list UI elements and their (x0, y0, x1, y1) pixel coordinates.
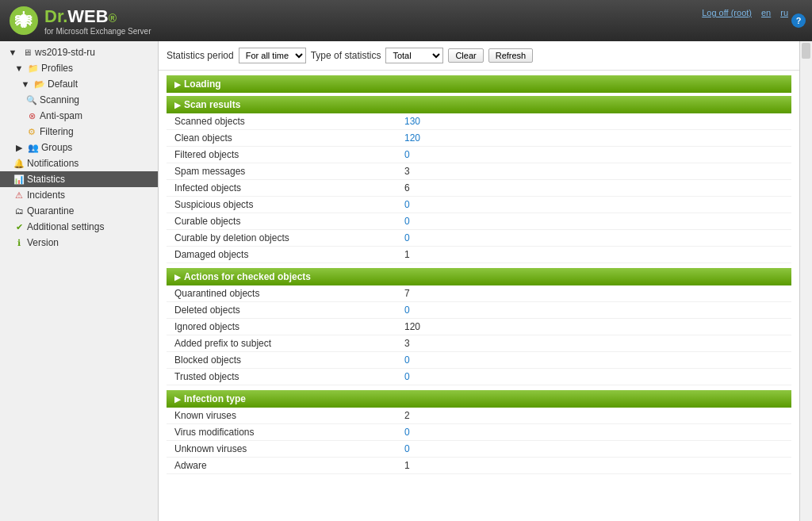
infection-section: ▶ Infection type Known viruses2Virus mod… (167, 390, 791, 474)
arrow-down-icon3: ▼ (19, 78, 32, 90)
table-row: Clean objects120 (167, 130, 791, 147)
scan-results-header[interactable]: ▶ Scan results (167, 96, 791, 113)
table-row: Adware1 (167, 458, 791, 474)
logo-icon: 🕷 (8, 5, 40, 36)
sidebar-item-label: Filtering (40, 126, 74, 137)
loading-collapse-icon: ▶ (174, 80, 181, 89)
drweb-brand-subtitle: for Microsoft Exchange Server (44, 27, 151, 36)
stats-type-label: Type of statistics (311, 50, 381, 61)
scan-results-title: Scan results (184, 99, 240, 110)
lang-ru-link[interactable]: ru (780, 8, 788, 17)
scrollbar[interactable] (799, 41, 812, 521)
help-icon[interactable]: ? (791, 13, 806, 28)
table-row: Ignored objects120 (167, 319, 791, 335)
clear-button[interactable]: Clear (448, 48, 483, 63)
folder-blue-icon: 📂 (33, 78, 46, 90)
sidebar-item-filtering[interactable]: ⚙ Filtering (0, 124, 158, 140)
table-row: Deleted objects0 (167, 302, 791, 319)
table-row: Suspicious objects0 (167, 197, 791, 213)
toolbar: Statistics period For all time Today Thi… (159, 41, 799, 71)
sidebar-item-notifications[interactable]: 🔔 Notifications (0, 155, 158, 171)
sidebar-item-profiles[interactable]: ▼ 📁 Profiles (0, 60, 158, 76)
loading-section: ▶ Loading (167, 75, 791, 93)
filter-icon: ⚙ (25, 125, 38, 138)
infection-title: Infection type (184, 393, 246, 404)
loading-header[interactable]: ▶ Loading (167, 75, 791, 93)
sidebar-item-default[interactable]: ▼ 📂 Default (0, 76, 158, 92)
sidebar-item-version[interactable]: ℹ Version (0, 235, 158, 251)
table-row: Infected objects6 (167, 180, 791, 197)
version-icon: ℹ (13, 236, 25, 249)
actions-collapse-icon: ▶ (174, 273, 181, 282)
sidebar-item-incidents[interactable]: ⚠ Incidents (0, 187, 158, 203)
groups-icon: 👥 (27, 141, 40, 154)
arrow-down-icon: ▼ (6, 46, 19, 59)
logo-text: Dr.WEB® for Microsoft Exchange Server (44, 6, 151, 36)
table-row: Virus modifications0 (167, 424, 791, 441)
content-area: Statistics period For all time Today Thi… (159, 41, 799, 521)
arrow-right-icon: ▶ (13, 141, 25, 154)
table-row: Curable by deletion objects0 (167, 230, 791, 247)
drweb-brand-title: Dr.WEB® (44, 6, 151, 27)
arrow-down-icon2: ▼ (13, 62, 25, 75)
stats-type-select[interactable]: Total Per day Per hour (385, 48, 443, 63)
actions-table: Quarantined objects7Deleted objects0Igno… (167, 285, 791, 385)
table-row: Curable objects0 (167, 213, 791, 230)
table-row: Damaged objects1 (167, 247, 791, 263)
table-row: Known viruses2 (167, 408, 791, 424)
sidebar-item-label: Quarantine (27, 205, 74, 216)
lang-en-link[interactable]: en (761, 8, 771, 17)
actions-title: Actions for checked objects (184, 271, 311, 282)
infection-table: Known viruses2Virus modifications0Unknow… (167, 408, 791, 474)
sidebar-item-label: Anti-spam (40, 110, 82, 121)
actions-header[interactable]: ▶ Actions for checked objects (167, 268, 791, 285)
antispam-icon: ⊗ (25, 109, 38, 122)
incidents-icon: ⚠ (13, 189, 25, 201)
sidebar-item-label: Notifications (27, 158, 79, 169)
folder-green-icon: 📁 (27, 62, 40, 75)
table-row: Spam messages3 (167, 163, 791, 180)
sidebar: ▼ 🖥 ws2019-std-ru ▼ 📁 Profiles ▼ 📂 Defau… (0, 41, 159, 521)
scan-results-table: Scanned objects130Clean objects120Filter… (167, 113, 791, 263)
main-layout: ▼ 🖥 ws2019-std-ru ▼ 📁 Profiles ▼ 📂 Defau… (0, 41, 812, 521)
logoff-link[interactable]: Log off (root) (702, 8, 752, 17)
quarantine-icon: 🗂 (13, 205, 25, 217)
sidebar-item-label: Profiles (41, 63, 73, 74)
sidebar-item-additional-settings[interactable]: ✔ Additional settings (0, 219, 158, 235)
loading-title: Loading (184, 79, 221, 90)
sidebar-item-ws2019[interactable]: ▼ 🖥 ws2019-std-ru (0, 44, 158, 60)
sidebar-item-label: ws2019-std-ru (35, 47, 95, 58)
sidebar-item-antispam[interactable]: ⊗ Anti-spam (0, 108, 158, 124)
actions-section: ▶ Actions for checked objects Quarantine… (167, 268, 791, 385)
sidebar-item-label: Scanning (40, 94, 79, 105)
refresh-button[interactable]: Refresh (488, 48, 534, 63)
table-row: Blocked objects0 (167, 352, 791, 369)
logo-area: 🕷 Dr.WEB® for Microsoft Exchange Server (8, 5, 151, 36)
sidebar-item-label: Default (48, 79, 78, 90)
table-row: Added prefix to subject3 (167, 335, 791, 352)
table-row: Scanned objects130 (167, 113, 791, 130)
table-row: Trusted objects0 (167, 369, 791, 385)
infection-collapse-icon: ▶ (174, 395, 181, 404)
sidebar-item-statistics[interactable]: 📊 Statistics (0, 171, 158, 187)
infection-header[interactable]: ▶ Infection type (167, 390, 791, 408)
table-row: Quarantined objects7 (167, 285, 791, 302)
pc-icon: 🖥 (21, 46, 33, 59)
addsettings-icon: ✔ (13, 220, 25, 233)
svg-text:🕷: 🕷 (15, 11, 33, 31)
header: 🕷 Dr.WEB® for Microsoft Exchange Server … (0, 0, 812, 41)
period-select[interactable]: For all time Today This week This month (239, 48, 306, 63)
sidebar-item-label: Groups (41, 142, 72, 153)
sidebar-item-scanning[interactable]: 🔍 Scanning (0, 92, 158, 108)
sidebar-item-label: Incidents (27, 190, 65, 201)
notify-icon: 🔔 (13, 157, 25, 170)
scan-results-collapse-icon: ▶ (174, 101, 181, 109)
table-row: Unknown viruses0 (167, 441, 791, 458)
sidebar-item-label: Version (27, 237, 59, 248)
sidebar-item-quarantine[interactable]: 🗂 Quarantine (0, 203, 158, 219)
stats-icon: 📊 (13, 173, 25, 186)
period-label: Statistics period (167, 50, 234, 61)
table-row: Filtered objects0 (167, 147, 791, 163)
sidebar-item-label: Additional settings (27, 221, 104, 232)
sidebar-item-groups[interactable]: ▶ 👥 Groups (0, 140, 158, 155)
